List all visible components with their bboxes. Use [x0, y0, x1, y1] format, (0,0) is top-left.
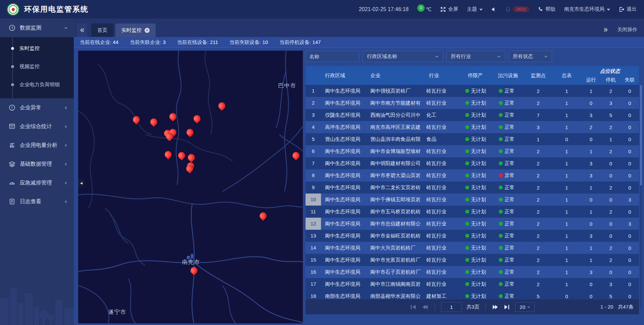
cell-industry: 砖瓦行业 [425, 281, 459, 287]
cell-company: 阆中市二龙长宝页岩砖 [366, 184, 425, 191]
previous-page-button[interactable] [422, 304, 429, 310]
map-pin[interactable] [186, 165, 194, 172]
sidebar-subitem-实时监控[interactable]: 实时监控 [0, 39, 74, 57]
org-dropdown[interactable]: 南充市生态环境局 [564, 6, 610, 12]
stat-label: 当前在线企业: [80, 39, 113, 45]
mute-button[interactable] [491, 7, 497, 12]
map-pin[interactable] [178, 152, 185, 159]
table-row[interactable]: 11阆中生态环境局阆中市五马桥页岩机砖砖瓦行业无计划正常21120 [306, 206, 639, 218]
table-row[interactable]: 10阆中生态环境局阆中千佛镇五郎垭页岩砖瓦行业无计划正常21003 [306, 194, 639, 206]
tab-close-icon[interactable]: ✕ [145, 28, 150, 33]
column-company: 企业 [366, 66, 425, 85]
cell-facility-status: 正常 [492, 88, 524, 94]
next-page-button[interactable] [492, 304, 499, 310]
notifications[interactable]: 2632 [505, 6, 529, 12]
table-row[interactable]: 17阆中生态环境局阆中市江南镇阆南页岩砖瓦行业无计划正常21030 [306, 278, 639, 290]
cell-running: 0 [581, 281, 601, 287]
status-select[interactable]: 所有状态 [508, 51, 552, 62]
table-row[interactable]: 16阆中生态环境局阆中市石子页岩机砖厂砖瓦行业无计划正常21300 [306, 266, 639, 278]
facility-status-label: 正常 [504, 112, 515, 118]
cell-industry: 砖瓦行业 [425, 184, 459, 191]
map-pin[interactable] [218, 102, 226, 110]
page-number-input[interactable] [441, 302, 462, 312]
chevron-double-right-icon[interactable] [603, 28, 608, 32]
map-pin[interactable] [260, 212, 267, 220]
table-row[interactable]: 3仪陇生态环境局西南油气田分公司川中化工无计划正常71350 [306, 109, 639, 121]
map-pin[interactable] [186, 129, 194, 136]
map-collapse-handle[interactable]: ◀ [78, 179, 85, 187]
sidebar-subitem-企业电力负荷明细[interactable]: 企业电力负荷明细 [0, 75, 74, 94]
table-row[interactable]: 7阆中生态环境局阆中明阳建材有限公司砖瓦行业无计划正常21300 [306, 157, 639, 169]
map-pin[interactable] [188, 154, 195, 161]
status-dot-icon [465, 161, 469, 165]
temperature-unit: ℃ [426, 6, 432, 12]
facility-status-label: 正常 [504, 281, 515, 287]
cell-region: 营山生态环境局 [321, 136, 366, 143]
sidebar-item-3[interactable]: 企业综合统计 [0, 117, 74, 136]
logout-button[interactable]: 退出 [619, 6, 637, 12]
map-pin[interactable] [169, 113, 177, 120]
name-search-input[interactable] [306, 51, 359, 62]
table-scrollbar[interactable] [640, 85, 642, 309]
sidebar-item-6[interactable]: 应急减排管理 [0, 173, 74, 192]
sidebar-subitem-视频监控[interactable]: 视频监控 [0, 57, 74, 75]
theme-dropdown[interactable]: 主题 [467, 6, 483, 12]
map-panel[interactable]: 巴中市南充市遂宁市 ◀ [78, 51, 303, 323]
cell-running: 1 [581, 88, 601, 94]
first-page-button[interactable] [410, 304, 417, 310]
cell-industry: 砖瓦行业 [425, 160, 459, 167]
table-row[interactable]: 9阆中生态环境局阆中市二龙长宝页岩砖砖瓦行业无计划正常21120 [306, 181, 639, 194]
status-dot-icon [465, 173, 469, 177]
sidebar-item-1[interactable]: 数据监测 [0, 18, 74, 37]
cell-company: 南部县砌华水泥有限公 [366, 293, 425, 300]
table-row[interactable]: 13阆中生态环境局阆中市金福旺页岩机砖砖瓦行业无计划正常21300 [306, 230, 639, 242]
cell-region: 阆中生态环境局 [321, 148, 366, 155]
divider [485, 304, 486, 310]
status-dot-icon [465, 270, 469, 274]
region-select-value: 行政区域名称 [367, 53, 397, 60]
cell-running: 1 [581, 257, 601, 263]
sidebar-item-4[interactable]: 企业用电量分析 [0, 136, 74, 155]
map-pin[interactable] [166, 133, 173, 140]
table-row[interactable]: 12阆中生态环境局阆中市忠信建材有限公砖瓦行业无计划正常21003 [306, 218, 639, 230]
table-row[interactable]: 15阆中生态环境局阆中市光富页岩机砖厂砖瓦行业无计划正常21120 [306, 254, 639, 266]
tabs-scroll-left-button[interactable] [77, 23, 87, 37]
cell-running: 3 [581, 269, 601, 275]
sidebar-item-7[interactable]: 日志查看 [0, 192, 74, 211]
sidebar-item-2[interactable]: 企业异常 [0, 98, 74, 117]
cell-points: 2 [524, 100, 552, 106]
table-row[interactable]: 5营山生态环境局营山县润丰肉食品有限食品无计划正常10010 [306, 133, 639, 145]
last-page-button[interactable] [503, 304, 511, 310]
table-row[interactable]: 6阆中生态环境局阆中市金博瑞新型墙材砖瓦行业无计划正常21120 [306, 145, 639, 157]
fullscreen-button[interactable]: 全屏 [440, 6, 458, 12]
table-row[interactable]: 14阆中生态环境局阆中大兴页岩机砖厂砖瓦行业无计划正常21120 [306, 242, 639, 254]
industry-select[interactable]: 所有行业 [446, 51, 505, 62]
table-row[interactable]: 2阆中生态环境局阆中市南方节能建材有砖瓦行业无计划正常21030 [306, 97, 639, 109]
tab-首页[interactable]: 首页 [91, 23, 113, 37]
close-operations-button[interactable]: 关闭操作 [617, 26, 637, 33]
city-label-遂宁市: 遂宁市 [108, 308, 126, 316]
cell-industry: 砖瓦行业 [425, 148, 459, 155]
map-pin[interactable] [292, 152, 300, 159]
map-pin[interactable] [150, 118, 158, 126]
cell-offline: 0 [621, 257, 639, 263]
map-pin[interactable] [133, 116, 140, 123]
sidebar-item-5[interactable]: 基础数据管理 [0, 155, 74, 173]
table-row[interactable]: 1阆中生态环境局阆中强锐页岩砖厂砖瓦行业无计划正常21120 [306, 85, 639, 97]
top-bar: 环保用电监管系统 2021-02-25 17:46:18 0 ℃ 全屏 主题 2… [0, 0, 644, 18]
region-select[interactable]: 行政区域名称 [363, 51, 443, 62]
phone-icon [538, 7, 543, 12]
page-size-select[interactable]: 20 [515, 302, 535, 312]
datetime: 2021-02-25 17:46:18 [359, 6, 409, 12]
scrollbar-thumb[interactable] [640, 85, 642, 185]
help-button[interactable]: 帮助 [538, 6, 555, 12]
map-pin[interactable] [194, 115, 201, 122]
map-pin[interactable] [191, 267, 198, 274]
table-row[interactable]: 8阆中生态环境局阆中市枣碧大梁山页岩砖瓦行业无计划异常21300 [306, 169, 639, 181]
table-row[interactable]: 18南部生态环境局南部县砌华水泥有限公建材加工无计划正常50050 [306, 290, 639, 300]
table-row[interactable]: 4高坪生态环境局南充市高坪区王家店建砖瓦行业无计划正常31220 [306, 121, 639, 133]
cell-offline: 0 [621, 233, 639, 239]
cell-meters: 1 [552, 149, 581, 154]
tab-实时监控[interactable]: 实时监控✕ [115, 23, 156, 37]
map-pin[interactable] [165, 151, 172, 158]
